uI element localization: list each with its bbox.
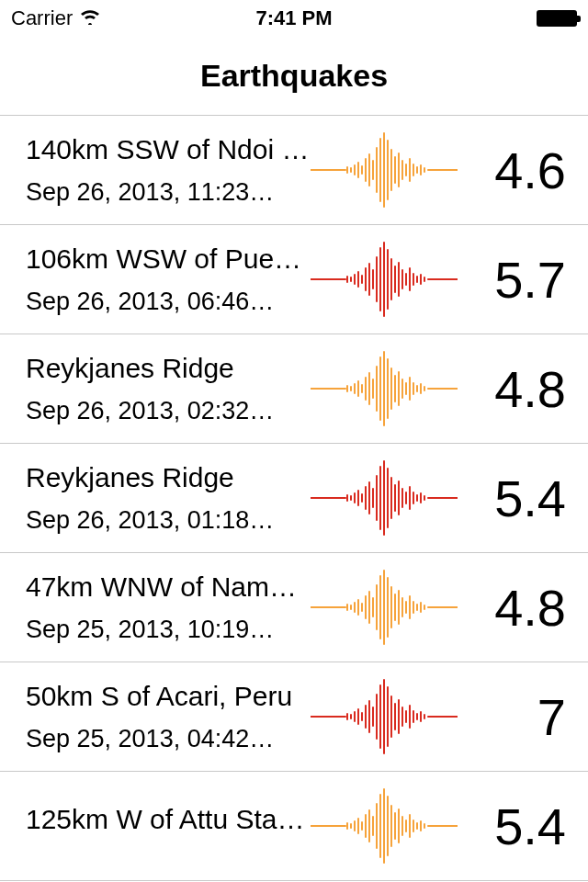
table-row[interactable]: 50km S of Acari, PeruSep 25, 2013, 04:42… (0, 662, 588, 772)
earthquake-magnitude: 4.8 (458, 359, 575, 419)
seismic-wave-icon (311, 238, 458, 321)
earthquake-date: Sep 25, 2013, 10:19… (26, 616, 311, 644)
nav-bar: Earthquakes (0, 37, 588, 116)
row-text: 125km W of Attu Station,… (26, 804, 311, 848)
carrier-label: Carrier (11, 6, 73, 30)
earthquake-location: 106km WSW of Puerto M… (26, 243, 311, 275)
earthquake-location: 125km W of Attu Station,… (26, 804, 311, 835)
seismic-wave-icon (311, 785, 458, 867)
earthquake-date: Sep 26, 2013, 01:18… (26, 506, 311, 535)
earthquake-magnitude: 4.6 (458, 141, 575, 200)
status-bar: Carrier 7:41 PM (0, 0, 588, 37)
table-row[interactable]: Reykjanes RidgeSep 26, 2013, 02:32… 4.8 (0, 334, 588, 444)
seismic-wave-icon (311, 675, 458, 758)
row-text: Reykjanes RidgeSep 26, 2013, 02:32… (26, 353, 311, 425)
status-time: 7:41 PM (255, 6, 332, 30)
battery-icon (537, 10, 577, 27)
row-text: 106km WSW of Puerto M…Sep 26, 2013, 06:4… (26, 243, 311, 316)
earthquake-date: Sep 26, 2013, 06:46… (26, 288, 311, 316)
seismic-wave-icon (311, 129, 458, 211)
earthquake-magnitude: 4.8 (458, 578, 575, 638)
earthquake-date: Sep 26, 2013, 11:23… (26, 178, 311, 207)
table-row[interactable]: Reykjanes RidgeSep 26, 2013, 01:18… 5.4 (0, 444, 588, 553)
row-text: 50km S of Acari, PeruSep 25, 2013, 04:42… (26, 681, 311, 753)
earthquake-magnitude: 5.4 (458, 469, 575, 528)
earthquake-location: 50km S of Acari, Peru (26, 681, 311, 712)
earthquake-location: Reykjanes Ridge (26, 353, 311, 384)
page-title: Earthquakes (200, 58, 388, 94)
seismic-wave-icon (311, 347, 458, 430)
earthquake-location: Reykjanes Ridge (26, 462, 311, 493)
row-text: 47km WNW of Namatana…Sep 25, 2013, 10:19… (26, 571, 311, 644)
earthquake-magnitude: 5.7 (458, 250, 575, 310)
row-text: 140km SSW of Ndoi Islan…Sep 26, 2013, 11… (26, 134, 311, 207)
wifi-icon (78, 6, 102, 30)
earthquake-magnitude: 7 (458, 687, 575, 747)
earthquake-location: 47km WNW of Namatana… (26, 571, 311, 603)
seismic-wave-icon (311, 566, 458, 649)
earthquake-list[interactable]: 140km SSW of Ndoi Islan…Sep 26, 2013, 11… (0, 116, 588, 881)
table-row[interactable]: 47km WNW of Namatana…Sep 25, 2013, 10:19… (0, 553, 588, 662)
row-text: Reykjanes RidgeSep 26, 2013, 01:18… (26, 462, 311, 535)
seismic-wave-icon (311, 457, 458, 539)
earthquake-magnitude: 5.4 (458, 797, 575, 856)
status-left: Carrier (11, 6, 102, 30)
table-row[interactable]: 106km WSW of Puerto M…Sep 26, 2013, 06:4… (0, 225, 588, 334)
earthquake-date: Sep 26, 2013, 02:32… (26, 397, 311, 425)
earthquake-location: 140km SSW of Ndoi Islan… (26, 134, 311, 165)
table-row[interactable]: 125km W of Attu Station,… 5.4 (0, 772, 588, 881)
earthquake-date: Sep 25, 2013, 04:42… (26, 725, 311, 753)
status-right (537, 10, 577, 27)
table-row[interactable]: 140km SSW of Ndoi Islan…Sep 26, 2013, 11… (0, 116, 588, 225)
